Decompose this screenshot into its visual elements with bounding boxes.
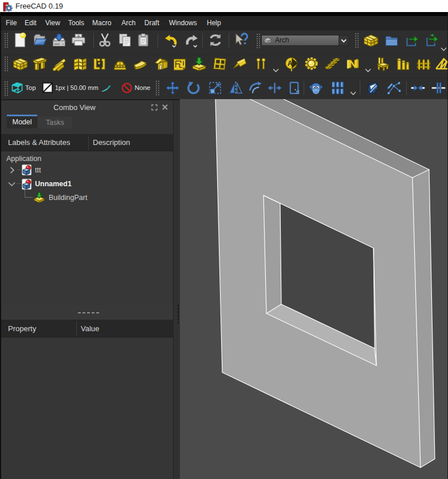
svg-text:A: A bbox=[288, 60, 293, 68]
